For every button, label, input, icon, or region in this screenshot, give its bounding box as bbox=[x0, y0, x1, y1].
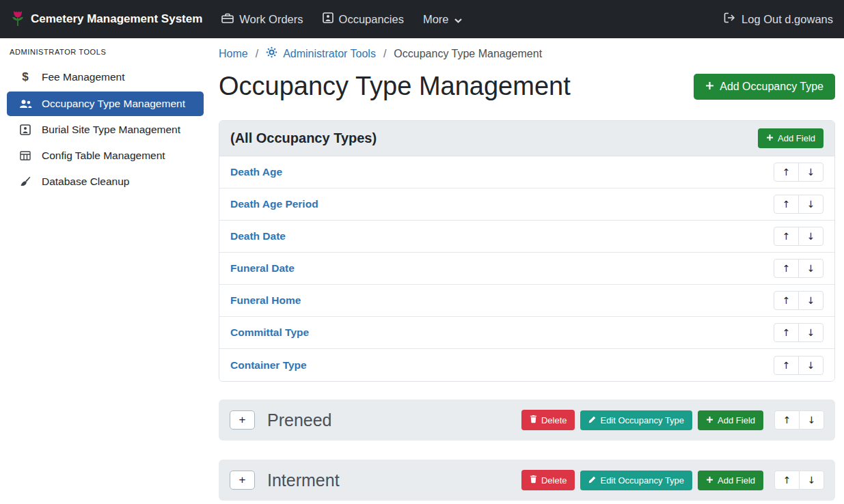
edit-occupancy-type-label: Edit Occupancy Type bbox=[600, 415, 684, 425]
field-link[interactable]: Container Type bbox=[230, 359, 307, 372]
move-down-button[interactable]: ↓ bbox=[798, 323, 823, 342]
add-field-button[interactable]: Add Field bbox=[698, 410, 763, 430]
field-link[interactable]: Death Age Period bbox=[230, 198, 318, 210]
breadcrumb-administrator-tools-label: Administrator Tools bbox=[283, 48, 376, 60]
nav-more-label: More bbox=[423, 13, 449, 26]
add-field-button[interactable]: Add Field bbox=[698, 471, 763, 490]
move-up-button[interactable]: ↑ bbox=[774, 291, 799, 310]
nav-links: Work Orders Occupancies More bbox=[221, 12, 461, 26]
field-row: Death Age Period ↑ ↓ bbox=[219, 188, 834, 221]
move-down-button[interactable]: ↓ bbox=[799, 410, 824, 430]
reorder-buttons: ↑ ↓ bbox=[774, 291, 823, 310]
occupancy-type-section-interment: + Interment Delete bbox=[219, 460, 835, 501]
users-icon bbox=[18, 99, 33, 109]
delete-button[interactable]: Delete bbox=[521, 410, 575, 430]
app-title: Cemetery Management System bbox=[31, 12, 202, 26]
logout-button[interactable]: Log Out d.gowans bbox=[724, 12, 833, 26]
sidebar-item-config-table-management[interactable]: Config Table Management bbox=[7, 143, 204, 168]
field-row: Funeral Date ↑ ↓ bbox=[219, 253, 834, 285]
nav-occupancies[interactable]: Occupancies bbox=[323, 12, 404, 26]
field-link[interactable]: Death Date bbox=[230, 230, 286, 242]
nav-occupancies-label: Occupancies bbox=[339, 13, 404, 26]
field-row: Funeral Home ↑ ↓ bbox=[219, 285, 834, 317]
move-up-button[interactable]: ↑ bbox=[774, 323, 799, 342]
plus-icon bbox=[706, 475, 713, 486]
pencil-icon bbox=[588, 475, 596, 486]
move-down-button[interactable]: ↓ bbox=[798, 291, 823, 310]
sidebar-item-label: Occupancy Type Management bbox=[42, 98, 185, 110]
breadcrumb-separator: / bbox=[383, 48, 386, 60]
reorder-buttons: ↑ ↓ bbox=[774, 227, 823, 246]
add-field-button[interactable]: Add Field bbox=[758, 128, 823, 148]
all-occupancy-types-header: (All Occupancy Types) Add Field bbox=[219, 121, 834, 156]
trash-icon bbox=[530, 415, 537, 425]
top-navbar: Cemetery Management System Work Orders bbox=[0, 0, 844, 38]
move-down-button[interactable]: ↓ bbox=[799, 471, 824, 490]
move-down-button[interactable]: ↓ bbox=[798, 259, 823, 278]
move-up-button[interactable]: ↑ bbox=[774, 356, 799, 375]
field-link[interactable]: Death Age bbox=[230, 166, 282, 178]
breadcrumb-administrator-tools[interactable]: Administrator Tools bbox=[266, 46, 376, 61]
trash-icon bbox=[530, 475, 537, 486]
nav-work-orders[interactable]: Work Orders bbox=[221, 13, 303, 26]
plus-icon bbox=[706, 415, 713, 425]
move-down-button[interactable]: ↓ bbox=[798, 227, 823, 246]
delete-button[interactable]: Delete bbox=[521, 470, 575, 490]
add-field-label: Add Field bbox=[778, 133, 815, 143]
move-up-button[interactable]: ↑ bbox=[774, 195, 799, 214]
plus-icon bbox=[766, 133, 774, 143]
edit-occupancy-type-label: Edit Occupancy Type bbox=[600, 475, 684, 486]
move-up-button[interactable]: ↑ bbox=[774, 471, 800, 490]
chevron-down-icon bbox=[454, 13, 462, 26]
person-frame-icon bbox=[323, 12, 333, 26]
section-actions: Delete Edit Occupancy Type Add Field bbox=[521, 410, 824, 430]
table-icon bbox=[18, 151, 33, 160]
section-actions: Delete Edit Occupancy Type Add Field bbox=[521, 470, 824, 490]
sidebar: Administrator Tools $ Fee Management Occ… bbox=[0, 38, 210, 504]
reorder-buttons: ↑ ↓ bbox=[774, 410, 824, 430]
plus-icon bbox=[705, 81, 714, 93]
field-row: Committal Type ↑ ↓ bbox=[219, 317, 834, 349]
occupancy-type-section-preneed: + Preneed Delete bbox=[219, 400, 835, 440]
delete-label: Delete bbox=[541, 415, 567, 425]
sidebar-item-label: Fee Management bbox=[42, 71, 125, 83]
expand-button[interactable]: + bbox=[230, 471, 255, 490]
field-link[interactable]: Funeral Date bbox=[230, 262, 295, 275]
pencil-icon bbox=[588, 415, 596, 425]
add-occupancy-type-button[interactable]: Add Occupancy Type bbox=[694, 74, 835, 100]
gear-icon bbox=[266, 46, 277, 61]
nav-more[interactable]: More bbox=[423, 13, 462, 26]
add-occupancy-type-label: Add Occupancy Type bbox=[720, 81, 823, 93]
field-row: Container Type ↑ ↓ bbox=[219, 349, 834, 381]
breadcrumb-separator: / bbox=[256, 48, 258, 60]
sidebar-item-fee-management[interactable]: $ Fee Management bbox=[7, 64, 204, 90]
page-header: Occupancy Type Management Add Occupancy … bbox=[219, 72, 835, 101]
move-down-button[interactable]: ↓ bbox=[798, 356, 823, 375]
move-up-button[interactable]: ↑ bbox=[774, 227, 799, 246]
edit-occupancy-type-button[interactable]: Edit Occupancy Type bbox=[580, 410, 692, 430]
breadcrumb-home[interactable]: Home bbox=[219, 48, 248, 60]
delete-label: Delete bbox=[541, 475, 567, 486]
move-up-button[interactable]: ↑ bbox=[774, 259, 799, 278]
move-down-button[interactable]: ↓ bbox=[798, 163, 823, 182]
sidebar-heading: Administrator Tools bbox=[7, 46, 204, 64]
app-brand[interactable]: Cemetery Management System bbox=[11, 9, 202, 29]
field-link[interactable]: Funeral Home bbox=[230, 294, 301, 307]
move-down-button[interactable]: ↓ bbox=[798, 195, 823, 214]
sidebar-item-label: Database Cleanup bbox=[42, 176, 129, 188]
broom-icon bbox=[18, 176, 33, 187]
sidebar-item-database-cleanup[interactable]: Database Cleanup bbox=[7, 169, 204, 194]
reorder-buttons: ↑ ↓ bbox=[774, 163, 823, 182]
section-title: Interment bbox=[267, 471, 340, 490]
tulip-logo-icon bbox=[11, 9, 25, 29]
dollar-icon: $ bbox=[18, 70, 33, 84]
field-link[interactable]: Committal Type bbox=[230, 326, 309, 339]
move-up-button[interactable]: ↑ bbox=[774, 410, 800, 430]
sidebar-item-label: Burial Site Type Management bbox=[42, 124, 180, 136]
sidebar-item-burial-site-type-management[interactable]: Burial Site Type Management bbox=[7, 117, 204, 142]
move-up-button[interactable]: ↑ bbox=[774, 163, 799, 182]
edit-occupancy-type-button[interactable]: Edit Occupancy Type bbox=[580, 471, 692, 490]
sidebar-item-occupancy-type-management[interactable]: Occupancy Type Management bbox=[7, 92, 204, 116]
field-row: Death Date ↑ ↓ bbox=[219, 221, 834, 253]
expand-button[interactable]: + bbox=[230, 410, 255, 430]
